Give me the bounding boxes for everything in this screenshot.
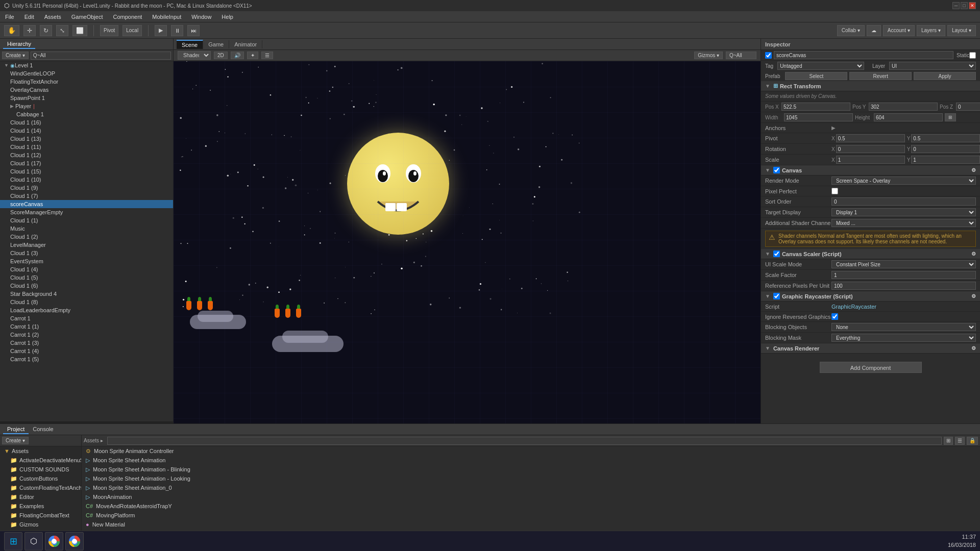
- tool-scale[interactable]: ⤡: [56, 25, 68, 36]
- windows-start-button[interactable]: ⊞: [4, 532, 22, 550]
- height-field[interactable]: [874, 113, 943, 121]
- folder-custom-sounds[interactable]: 📁 CUSTOM SOUNDS: [0, 465, 81, 474]
- scene-search-input[interactable]: [726, 52, 756, 59]
- file-moving-platform[interactable]: C# MovingPlatform: [82, 511, 980, 520]
- project-lock-button[interactable]: 🔒: [967, 437, 978, 445]
- maximize-button[interactable]: □: [961, 2, 968, 9]
- hierarchy-item-loadleaderboardempty[interactable]: LoadLeaderboardEmpty: [0, 306, 173, 314]
- project-create-button[interactable]: Create ▾: [2, 437, 29, 444]
- render-mode-select[interactable]: Screen Space - Overlay: [831, 177, 976, 185]
- prefab-apply-button[interactable]: Apply: [914, 72, 976, 80]
- rot-x-field[interactable]: [836, 145, 905, 153]
- rot-y-field[interactable]: [911, 145, 980, 153]
- hierarchy-item-floatingtextanchor[interactable]: FloatingTextAnchor: [0, 78, 173, 86]
- project-tab[interactable]: Project: [3, 425, 29, 434]
- hierarchy-item-starbackground4[interactable]: Star Background 4: [0, 290, 173, 298]
- hierarchy-item-cloud17[interactable]: Cloud 1 (17): [0, 159, 173, 167]
- hierarchy-item-cloud1-4[interactable]: Cloud 1 (4): [0, 265, 173, 273]
- hierarchy-item-carrot1[interactable]: Carrot 1: [0, 314, 173, 322]
- graphic-raycaster-options-icon[interactable]: ⚙: [971, 293, 976, 299]
- local-button[interactable]: Local: [122, 25, 142, 36]
- menu-component[interactable]: Component: [111, 13, 144, 21]
- scene-view[interactable]: [174, 61, 761, 423]
- play-button[interactable]: ▶: [155, 25, 167, 36]
- file-move-rotate-asteroid[interactable]: C# MoveAndRotateAsteroidTrapY: [82, 502, 980, 511]
- hierarchy-create-button[interactable]: Create ▾: [2, 52, 29, 59]
- scale-x-field[interactable]: [836, 156, 905, 164]
- canvas-scaler-header[interactable]: ▼ Canvas Scaler (Script) ⚙: [761, 249, 980, 259]
- gizmos-button[interactable]: Gizmos ▾: [694, 52, 723, 59]
- taskbar-unity-button[interactable]: ⬡: [24, 532, 43, 550]
- hierarchy-item-carrot1-1[interactable]: Carrot 1 (1): [0, 322, 173, 331]
- folder-activatedeactivate[interactable]: 📁 ActivateDeactivateMenuSc: [0, 456, 81, 465]
- canvas-scaler-enabled-checkbox[interactable]: [773, 251, 780, 257]
- canvas-enabled-checkbox[interactable]: [773, 167, 780, 173]
- ignore-reversed-checkbox[interactable]: [831, 313, 838, 320]
- assets-root-item[interactable]: ▼ Assets: [0, 446, 81, 456]
- static-checkbox[interactable]: [969, 52, 976, 59]
- hierarchy-item-carrot1-2[interactable]: Carrot 1 (2): [0, 331, 173, 339]
- hierarchy-item-carrot1-5[interactable]: Carrot 1 (5): [0, 355, 173, 363]
- graphic-raycaster-enabled-checkbox[interactable]: [773, 293, 780, 299]
- prefab-revert-button[interactable]: Revert: [849, 72, 912, 80]
- file-new-material[interactable]: ● New Material: [82, 520, 980, 529]
- file-moon-sheet-anim[interactable]: ▷ Moon Sprite Sheet Animation: [82, 456, 980, 465]
- folder-gizmos[interactable]: 📁 Gizmos: [0, 520, 81, 529]
- hierarchy-item-carrot1-4[interactable]: Carrot 1 (4): [0, 347, 173, 355]
- file-moon-animation[interactable]: ▷ MoonAnimation: [82, 492, 980, 502]
- hierarchy-item-overlaycanvas[interactable]: OverlayCanvas: [0, 86, 173, 94]
- pivot-button[interactable]: Pivot: [100, 25, 118, 36]
- tool-move[interactable]: ✛: [23, 25, 36, 36]
- fx-button[interactable]: ✦: [247, 52, 258, 59]
- hierarchy-item-scorecanvas[interactable]: scoreCanvas: [0, 200, 173, 208]
- hierarchy-item-cloud1-3[interactable]: Cloud 1 (3): [0, 249, 173, 257]
- tool-rotate[interactable]: ↻: [40, 25, 52, 36]
- cloud-button[interactable]: ☁: [867, 25, 881, 36]
- pivot-x-field[interactable]: [836, 134, 905, 142]
- object-name-field[interactable]: [774, 51, 953, 59]
- hierarchy-item-cloud7[interactable]: Cloud 1 (7): [0, 192, 173, 200]
- menu-file[interactable]: File: [3, 13, 16, 21]
- layers-button[interactable]: Layers ▾: [917, 25, 945, 36]
- pause-button[interactable]: ⏸: [171, 25, 183, 36]
- file-moon-sprite-controller[interactable]: ⚙ Moon Sprite Animator Controller: [82, 446, 980, 456]
- prefab-select-button[interactable]: Select: [785, 72, 847, 80]
- audio-button[interactable]: 🔊: [231, 52, 244, 59]
- tool-rect[interactable]: ⬜: [72, 25, 87, 36]
- menu-window[interactable]: Window: [189, 13, 213, 21]
- hierarchy-item-cloud10[interactable]: Cloud 1 (10): [0, 176, 173, 184]
- anchor-preset-button[interactable]: ⊞: [945, 113, 956, 121]
- hierarchy-item-cloud14[interactable]: Cloud 1 (14): [0, 127, 173, 135]
- canvas-header[interactable]: ▼ Canvas ⚙: [761, 165, 980, 176]
- project-view-toggle[interactable]: ⊞: [944, 437, 953, 445]
- hierarchy-item-cabbage1[interactable]: Cabbage 1: [0, 110, 173, 118]
- scale-factor-field[interactable]: [831, 271, 976, 279]
- canvas-scaler-options-icon[interactable]: ⚙: [971, 251, 976, 257]
- hierarchy-search-input[interactable]: [31, 52, 171, 60]
- hierarchy-item-level1[interactable]: ▼ ◉ Level 1: [0, 61, 173, 69]
- sort-order-field[interactable]: [831, 197, 976, 206]
- scene-options-button[interactable]: ☰: [261, 52, 273, 59]
- collab-button[interactable]: Collab ▾: [837, 25, 865, 36]
- hierarchy-item-cloud1-6[interactable]: Cloud 1 (6): [0, 282, 173, 290]
- taskbar-chrome-button[interactable]: [45, 532, 63, 550]
- menu-mobileinput[interactable]: MobileInput: [150, 13, 183, 21]
- folder-floatingcombat[interactable]: 📁 FloatingCombatText: [0, 511, 81, 520]
- pos-x-field[interactable]: [781, 103, 850, 111]
- pos-y-field[interactable]: [869, 103, 938, 111]
- graphic-raycaster-header[interactable]: ▼ Graphic Raycaster (Script) ⚙: [761, 291, 980, 302]
- ui-scale-select[interactable]: Constant Pixel Size: [831, 260, 976, 268]
- canvas-renderer-header[interactable]: ▼ Canvas Renderer ⚙: [761, 343, 980, 354]
- shading-select[interactable]: Shaded: [178, 51, 211, 60]
- tab-game[interactable]: Game: [203, 40, 229, 48]
- project-filter-button[interactable]: ☰: [955, 437, 965, 445]
- close-button[interactable]: ✕: [969, 2, 976, 9]
- hierarchy-item-cloud16[interactable]: Cloud 1 (16): [0, 118, 173, 127]
- folder-customfloating[interactable]: 📁 CustomFloatingTextAnchor: [0, 483, 81, 492]
- step-button[interactable]: ⏭: [187, 25, 200, 36]
- folder-editor[interactable]: 📁 Editor: [0, 492, 81, 502]
- 2d-button[interactable]: 2D: [214, 52, 228, 59]
- hierarchy-item-player[interactable]: ▶ Player |: [0, 102, 173, 110]
- console-tab[interactable]: Console: [29, 425, 57, 434]
- file-moon-sheet-anim0[interactable]: ▷ Moon Sprite Sheet Animation_0: [82, 483, 980, 492]
